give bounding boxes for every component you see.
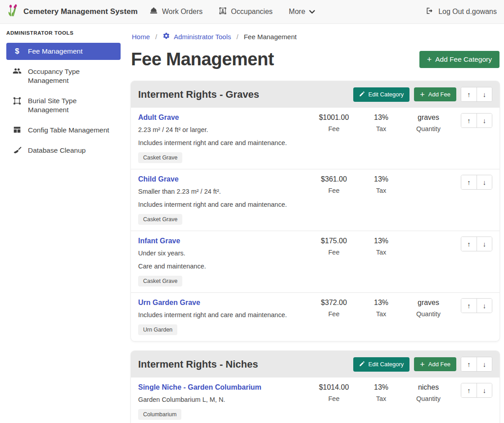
move-category-down-button[interactable]: ↓ xyxy=(477,357,492,371)
fee-amount: $1014.00 xyxy=(307,383,361,391)
fee-type-badge: Columbarium xyxy=(138,409,181,420)
nav-work-orders-label: Work Orders xyxy=(162,8,202,16)
sidebar-item-occupancy-type[interactable]: Occupancy Type Management xyxy=(6,63,121,89)
arrow-up-icon: ↑ xyxy=(467,360,471,368)
fee-row: Single Niche - Garden Columbarium Garden… xyxy=(131,378,500,423)
arrow-down-icon: ↓ xyxy=(483,302,486,309)
main-content: Home / Administrator Tools / Fee Managem… xyxy=(126,24,504,423)
move-fee-down-button[interactable]: ↓ xyxy=(477,299,492,313)
sidebar-item-fee-management[interactable]: $ Fee Management xyxy=(6,43,121,60)
tax-value: 13% xyxy=(361,114,401,122)
main-nav: Work Orders Occupancies More xyxy=(149,7,315,17)
sidebar: ADMINISTRATOR TOOLS $ Fee Management Occ… xyxy=(0,24,126,162)
move-fee-up-button[interactable]: ↑ xyxy=(461,114,477,127)
tulip-logo-icon xyxy=(7,4,19,19)
quantity-label: Quantity xyxy=(401,310,455,318)
add-fee-category-button[interactable]: + Add Fee Category xyxy=(419,51,500,68)
pencil-icon xyxy=(359,91,365,98)
edit-category-button[interactable]: Edit Category xyxy=(353,357,410,372)
move-category-up-button[interactable]: ↑ xyxy=(461,357,477,371)
sidebar-item-burial-site-type[interactable]: Burial Site Type Management xyxy=(6,92,121,118)
fee-description: Care and maintenance. xyxy=(138,262,303,271)
move-category-up-button[interactable]: ↑ xyxy=(461,87,477,101)
fee-amount: $1001.00 xyxy=(307,114,361,122)
category-header: Interment Rights - Niches Edit Category … xyxy=(131,351,500,378)
arrow-down-icon: ↓ xyxy=(483,360,486,368)
move-fee-down-button[interactable]: ↓ xyxy=(477,383,492,397)
fee-name-link[interactable]: Urn Garden Grave xyxy=(138,299,200,307)
fee-name-link[interactable]: Child Grave xyxy=(138,175,179,183)
person-frame-icon xyxy=(219,7,227,17)
fee-description: Under six years. xyxy=(138,249,303,258)
tax-label: Tax xyxy=(361,125,401,132)
sidebar-item-config-table[interactable]: Config Table Management xyxy=(6,122,121,139)
move-fee-up-button[interactable]: ↑ xyxy=(461,237,477,251)
edit-category-label: Edit Category xyxy=(369,361,404,368)
breadcrumb-home[interactable]: Home xyxy=(132,33,150,41)
fee-details: Child Grave Smaller than 2.23 m² / 24 ft… xyxy=(138,175,307,225)
arrow-down-icon: ↓ xyxy=(483,240,486,248)
move-fee-down-button[interactable]: ↓ xyxy=(477,114,492,127)
nav-more[interactable]: More xyxy=(289,8,315,16)
arrow-down-icon: ↓ xyxy=(483,387,486,394)
app-brand[interactable]: Cemetery Management System xyxy=(7,4,138,19)
fee-description: Includes interment right and care and ma… xyxy=(138,200,303,209)
sidebar-item-label: Database Cleanup xyxy=(28,146,86,155)
fee-name-link[interactable]: Infant Grave xyxy=(138,237,180,245)
tax-label: Tax xyxy=(361,395,401,402)
plus-icon: + xyxy=(420,91,425,98)
tax-value: 13% xyxy=(361,237,401,245)
fee-description: Includes interment right and care and ma… xyxy=(138,139,303,147)
arrow-up-icon: ↑ xyxy=(467,240,471,248)
add-fee-button[interactable]: + Add Fee xyxy=(414,87,456,101)
arrow-up-icon: ↑ xyxy=(467,117,471,124)
add-fee-button[interactable]: + Add Fee xyxy=(414,357,456,371)
fee-reorder-group: ↑ ↓ xyxy=(461,383,492,398)
pencil-icon xyxy=(359,361,365,368)
sidebar-item-database-cleanup[interactable]: Database Cleanup xyxy=(6,142,121,159)
logout-link[interactable]: Log Out d.gowans xyxy=(425,7,497,17)
breadcrumb: Home / Administrator Tools / Fee Managem… xyxy=(132,32,500,41)
breadcrumb-admin-tools[interactable]: Administrator Tools xyxy=(162,32,231,41)
fee-name-link[interactable]: Adult Grave xyxy=(138,114,179,122)
move-fee-up-button[interactable]: ↑ xyxy=(461,299,477,313)
fee-amount: $361.00 xyxy=(307,175,361,183)
quantity-value: niches xyxy=(401,383,455,391)
quantity-value: graves xyxy=(401,114,455,122)
fee-amount-label: Fee xyxy=(307,395,361,402)
nav-occupancies[interactable]: Occupancies xyxy=(219,7,273,17)
edit-category-button[interactable]: Edit Category xyxy=(353,87,410,102)
nav-occupancies-label: Occupancies xyxy=(231,8,273,16)
fee-amount-label: Fee xyxy=(307,187,361,194)
fee-reorder-group: ↑ ↓ xyxy=(461,175,492,190)
fee-amount: $175.00 xyxy=(307,237,361,245)
plus-icon: + xyxy=(420,361,425,368)
fee-reorder-group: ↑ ↓ xyxy=(461,237,492,251)
logout-label: Log Out d.gowans xyxy=(438,8,497,16)
fee-description: Includes interment right and care and ma… xyxy=(138,311,303,319)
arrow-up-icon: ↑ xyxy=(467,387,471,394)
fee-row: Child Grave Smaller than 2.23 m² / 24 ft… xyxy=(131,169,500,231)
sidebar-heading: ADMINISTRATOR TOOLS xyxy=(6,30,121,36)
arrow-up-icon: ↑ xyxy=(467,178,471,186)
plus-icon: + xyxy=(427,56,432,63)
fee-name-link[interactable]: Single Niche - Garden Columbarium xyxy=(138,383,261,391)
arrow-up-icon: ↑ xyxy=(467,91,471,98)
nav-more-label: More xyxy=(289,8,305,16)
move-fee-up-button[interactable]: ↑ xyxy=(461,175,477,189)
fee-description: Garden Columbarium L, M, N. xyxy=(138,396,303,404)
hard-hat-icon xyxy=(149,7,158,17)
move-category-down-button[interactable]: ↓ xyxy=(477,87,492,101)
fee-category-card-niches: Interment Rights - Niches Edit Category … xyxy=(131,351,500,423)
sidebar-item-label: Fee Management xyxy=(28,47,83,56)
app-title: Cemetery Management System xyxy=(23,7,138,16)
fee-details: Single Niche - Garden Columbarium Garden… xyxy=(138,383,307,420)
category-title: Interment Rights - Niches xyxy=(138,359,349,370)
move-fee-down-button[interactable]: ↓ xyxy=(477,175,492,189)
fee-amount-label: Fee xyxy=(307,125,361,132)
move-fee-up-button[interactable]: ↑ xyxy=(461,383,477,397)
nav-work-orders[interactable]: Work Orders xyxy=(149,7,202,17)
fee-type-badge: Casket Grave xyxy=(138,276,182,287)
add-fee-label: Add Fee xyxy=(428,361,450,368)
move-fee-down-button[interactable]: ↓ xyxy=(477,237,492,251)
